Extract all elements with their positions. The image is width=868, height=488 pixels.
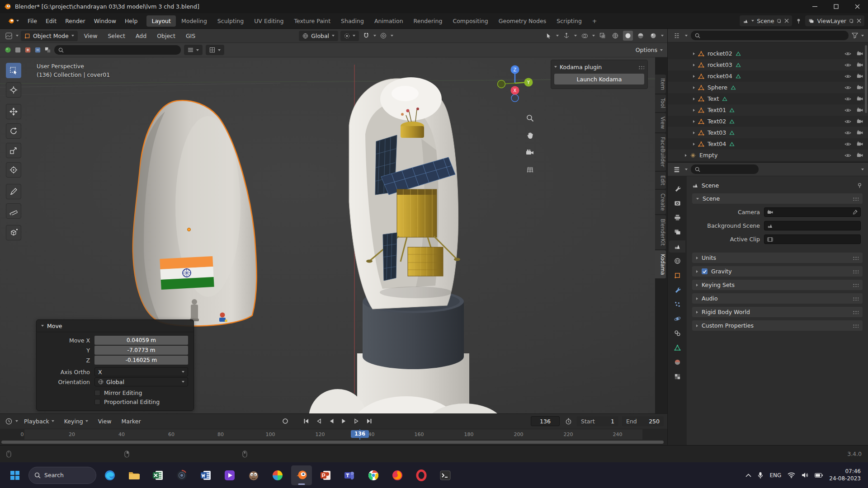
tab-constraints[interactable] — [669, 327, 685, 339]
menu-view[interactable]: View — [80, 31, 102, 41]
battery-icon[interactable] — [815, 473, 823, 478]
outliner-row[interactable]: Text04 — [668, 138, 868, 150]
orientation-value-dropdown[interactable]: Global — [94, 377, 188, 386]
scale-tool[interactable] — [6, 143, 21, 158]
timeline-editor-type-button[interactable] — [4, 416, 14, 426]
snap-toggle[interactable] — [361, 31, 371, 41]
menu-keying[interactable]: Keying — [60, 416, 92, 427]
axis-neg-z-ball[interactable] — [511, 94, 519, 102]
tab-object[interactable] — [669, 269, 685, 282]
expand-icon[interactable] — [693, 120, 695, 123]
menu-help[interactable]: Help — [121, 16, 142, 26]
new-scene-icon[interactable] — [777, 19, 782, 23]
disable-render-icon[interactable] — [857, 153, 863, 158]
menu-object[interactable]: Object — [153, 31, 179, 41]
select-mode-new-icon[interactable] — [14, 47, 21, 53]
rotate-tool[interactable] — [6, 123, 21, 139]
auto-keying-button[interactable] — [280, 416, 290, 426]
object-name[interactable]: Empty — [699, 152, 717, 159]
hidden-icons-chevron-icon[interactable] — [745, 474, 751, 477]
object-name[interactable]: Text01 — [708, 107, 726, 113]
outliner-row[interactable]: Text02 — [668, 116, 868, 127]
tab-particles[interactable] — [669, 298, 685, 310]
expand-icon[interactable] — [693, 75, 695, 78]
mode-dropdown[interactable]: Object Mode — [21, 31, 78, 41]
expand-icon[interactable] — [693, 52, 695, 55]
shading-material-button[interactable] — [636, 31, 646, 41]
hide-eye-icon[interactable] — [844, 153, 851, 158]
pin-icon[interactable] — [857, 183, 863, 188]
properties-editor-type-button[interactable] — [672, 164, 682, 174]
hide-eye-icon[interactable] — [844, 97, 851, 101]
hide-eye-icon[interactable] — [844, 52, 851, 56]
taskbar-clock[interactable]: 07:46 24-08-2023 — [829, 468, 861, 482]
taskbar-word[interactable] — [195, 465, 216, 485]
tab-render[interactable] — [669, 197, 685, 209]
launch-kodama-button[interactable]: Launch Kodama — [554, 74, 644, 84]
scene-section-header[interactable]: Scene — [692, 193, 863, 204]
camera-field[interactable] — [764, 207, 861, 217]
expand-icon[interactable] — [685, 154, 687, 157]
outliner-scrollbar[interactable] — [865, 45, 867, 113]
chevron-down-icon[interactable] — [574, 35, 577, 37]
overlays-button[interactable] — [580, 31, 590, 41]
sidebar-tab-create[interactable]: Create — [655, 190, 666, 214]
object-name[interactable]: rocket03 — [708, 61, 732, 68]
object-name[interactable]: Text — [708, 95, 719, 102]
view-layer-selector[interactable]: ViewLayer — [805, 15, 864, 26]
panel-grip-icon[interactable] — [852, 296, 859, 300]
tab-modeling[interactable]: Modeling — [176, 15, 212, 27]
timeline-scrollbar[interactable] — [1, 441, 664, 444]
zoom-button[interactable] — [524, 112, 536, 124]
audio-section-header[interactable]: Audio — [692, 293, 863, 304]
blender-menu-button[interactable] — [4, 16, 23, 26]
chevron-down-icon[interactable] — [861, 169, 864, 170]
taskbar-teams[interactable] — [339, 465, 360, 485]
tab-scene[interactable] — [669, 240, 685, 253]
object-name[interactable]: Sphere — [708, 84, 727, 91]
panel-grip-icon[interactable] — [852, 197, 859, 201]
tab-modifiers[interactable] — [669, 284, 685, 296]
menu-render[interactable]: Render — [61, 16, 90, 26]
taskbar-opera[interactable] — [411, 465, 432, 485]
disable-render-icon[interactable] — [857, 108, 863, 113]
taskbar-media-player[interactable] — [219, 465, 240, 485]
disable-render-icon[interactable] — [857, 119, 863, 124]
wifi-icon[interactable] — [788, 472, 795, 478]
tab-scripting[interactable]: Scripting — [552, 15, 587, 27]
maximize-button[interactable] — [826, 0, 847, 13]
prev-keyframe-button[interactable] — [314, 416, 324, 426]
disable-render-icon[interactable] — [857, 85, 863, 90]
current-frame-field[interactable]: 136 — [531, 416, 560, 426]
move-x-field[interactable]: 0.04059 m — [94, 336, 188, 345]
tab-output[interactable] — [669, 211, 685, 224]
minimize-button[interactable] — [804, 0, 826, 13]
language-indicator[interactable]: ENG — [769, 472, 781, 479]
orientation-dropdown[interactable]: Global — [299, 31, 338, 41]
options-label[interactable]: Options — [636, 47, 657, 53]
units-section-header[interactable]: Units — [692, 253, 863, 263]
snap-options-chevron-icon[interactable] — [373, 35, 376, 37]
start-frame-field[interactable]: Start 1 — [577, 416, 618, 426]
disable-render-icon[interactable] — [857, 74, 863, 79]
tab-texture-paint[interactable]: Texture Paint — [289, 15, 335, 27]
background-scene-field[interactable] — [764, 221, 861, 230]
taskbar-firefox[interactable] — [387, 465, 408, 485]
outliner-row[interactable]: rocket03 — [668, 59, 868, 70]
menu-select[interactable]: Select — [104, 31, 129, 41]
add-workspace-button[interactable]: + — [587, 15, 602, 27]
pan-button[interactable] — [524, 129, 536, 141]
ortho-toggle-button[interactable] — [524, 163, 536, 176]
rigid-body-world-section-header[interactable]: Rigid Body World — [692, 307, 863, 317]
end-frame-field[interactable]: End 250 — [622, 416, 664, 426]
outliner-row[interactable]: Sphere — [668, 82, 868, 93]
taskbar-powerpoint[interactable] — [315, 465, 336, 485]
panel-grip-icon[interactable] — [638, 65, 644, 69]
eyedropper-icon[interactable] — [852, 210, 858, 215]
cursor-tool[interactable] — [6, 82, 21, 98]
menu-timeline-view[interactable]: View — [94, 416, 116, 427]
outliner-row[interactable]: Text — [668, 93, 868, 104]
tab-uv-editing[interactable]: UV Editing — [249, 15, 288, 27]
disable-render-icon[interactable] — [857, 96, 863, 101]
expand-icon[interactable] — [693, 98, 695, 100]
